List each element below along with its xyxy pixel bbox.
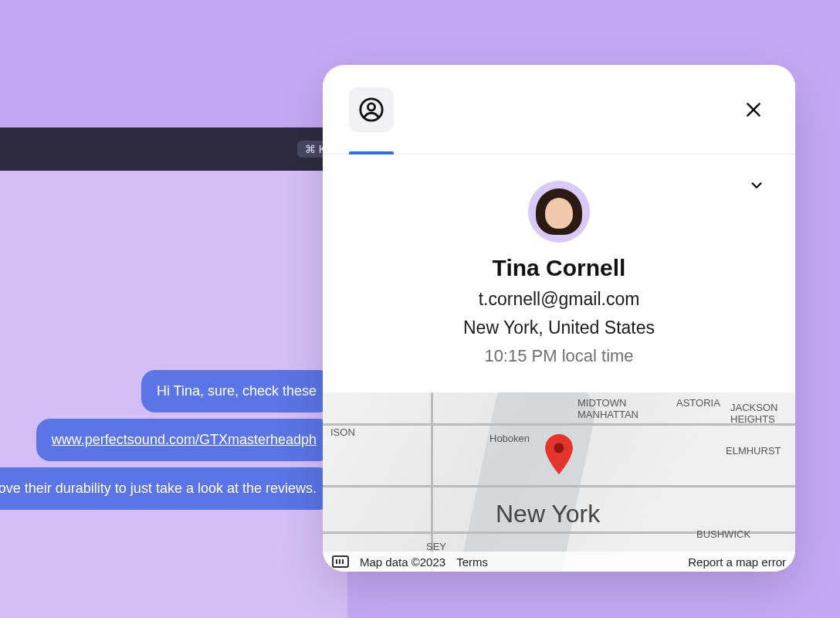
profile-email: t.cornell@gmail.com — [346, 289, 772, 310]
profile-card: Tina Cornell t.cornell@gmail.com New Yor… — [323, 65, 795, 572]
close-button[interactable] — [738, 94, 769, 125]
map-terms-link[interactable]: Terms — [456, 555, 488, 569]
close-icon — [743, 100, 764, 120]
svg-point-1 — [368, 103, 374, 110]
chat-message-outgoing: Hi Tina, sure, check these — [141, 370, 332, 413]
collapse-toggle[interactable] — [744, 173, 769, 198]
map-attribution-bar: Map data ©2023 Terms Report a map error — [323, 552, 795, 572]
search-bar[interactable]: estion ⌘ K — [0, 127, 347, 171]
chat-message-outgoing: www.perfectsound.com/GTXmasterheadph — [36, 419, 332, 461]
map-label: JACKSON HEIGHTS — [730, 402, 777, 425]
svg-point-4 — [554, 443, 564, 453]
location-map[interactable]: ISON MIDTOWN MANHATTAN ASTORIA JACKSON H… — [323, 392, 795, 572]
profile-card-body: Tina Cornell t.cornell@gmail.com New Yor… — [323, 154, 795, 392]
map-report-link[interactable]: Report a map error — [688, 555, 786, 569]
map-label: Hoboken — [489, 433, 530, 444]
person-circle-icon — [358, 97, 384, 123]
profile-local-time: 10:15 PM local time — [346, 346, 772, 366]
keyboard-icon[interactable] — [332, 555, 349, 568]
profile-card-header — [323, 65, 795, 154]
map-label: ISON — [330, 426, 355, 438]
map-label: MIDTOWN MANHATTAN — [578, 397, 638, 420]
chat-message-link[interactable]: www.perfectsound.com/GTXmasterheadph — [52, 432, 317, 447]
chat-body: Chat started: Today, 10:38 celing headph… — [0, 171, 347, 618]
chat-started-label: Chat started: Today, 10:38 — [0, 189, 332, 205]
map-city-label: New York — [496, 500, 600, 528]
map-pin-icon — [544, 434, 574, 477]
avatar — [528, 181, 590, 243]
profile-name: Tina Cornell — [346, 255, 772, 281]
chevron-down-icon — [748, 177, 765, 194]
chat-panel: estion ⌘ K Chat started: Today, 10:38 ce… — [0, 127, 347, 618]
map-label: BUSHWICK — [696, 528, 750, 540]
map-label: SEY — [426, 541, 446, 552]
map-label: ASTORIA — [676, 397, 720, 409]
map-label: ELMHURST — [726, 445, 781, 457]
profile-location: New York, United States — [346, 317, 772, 338]
chat-message-outgoing: Customers love their durability to just … — [0, 467, 332, 510]
chat-message-group-outgoing: Hi Tina, sure, check these www.perfectso… — [0, 370, 332, 510]
profile-tab-button[interactable] — [349, 87, 394, 132]
map-attribution: Map data ©2023 — [360, 555, 445, 569]
